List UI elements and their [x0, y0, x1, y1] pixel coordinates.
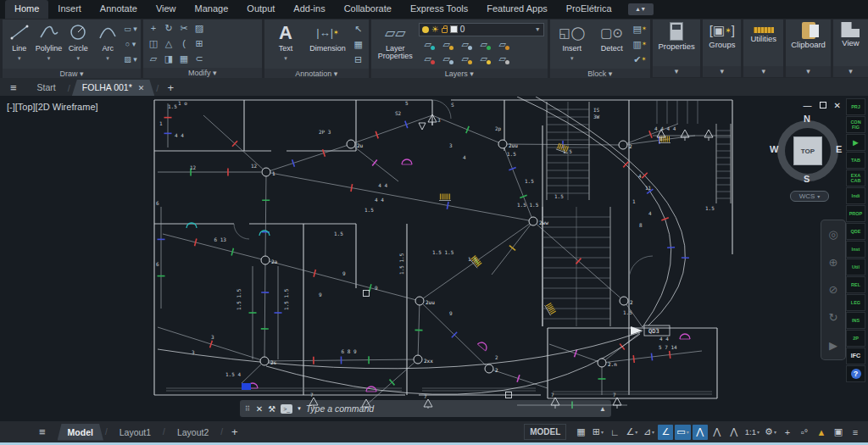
annotation-scale-value[interactable]: 1:1 ▾: [743, 425, 761, 440]
viewcube-top-face[interactable]: TOP: [793, 136, 822, 165]
side-tool-prj[interactable]: PRJ: [846, 98, 865, 115]
side-tool-help[interactable]: ?: [846, 365, 865, 382]
object-snap-tracking-icon[interactable]: ∠: [658, 425, 673, 440]
drawing-canvas[interactable]: 4 41.51.51.56 13936 8 91.55 7 1412u2uu22…: [0, 96, 868, 421]
workspace-switching-icon[interactable]: ⚙ ▾: [763, 425, 778, 440]
viewcube-north[interactable]: N: [804, 114, 810, 124]
dimension-button[interactable]: |↔|✶ Dimension: [306, 21, 348, 67]
dimension-style-icon[interactable]: ⊟: [352, 53, 365, 66]
viewcube-west[interactable]: W: [770, 144, 778, 154]
snap-mode-icon[interactable]: ⊞ ▾: [590, 425, 605, 440]
table-icon[interactable]: ▦: [352, 37, 365, 51]
model-space-button[interactable]: MODEL: [524, 424, 566, 440]
graphics-performance-icon[interactable]: ▲: [814, 425, 829, 440]
modify-tool-icon-9[interactable]: ◨: [162, 52, 175, 65]
modify-tool-icon-3[interactable]: ▨: [192, 21, 206, 35]
zoom-icon[interactable]: ⊘: [829, 283, 838, 296]
side-tool-leg[interactable]: LEG: [846, 294, 865, 311]
isometric-drafting-icon[interactable]: ⊿ ▾: [641, 425, 656, 440]
viewport-controls-label[interactable]: [-][Top][2D Wireframe]: [7, 102, 98, 112]
wcs-selector[interactable]: WCS▾: [790, 191, 829, 202]
close-tab-icon[interactable]: ✕: [138, 84, 145, 92]
layout-tab-model[interactable]: Model: [58, 424, 103, 441]
polar-tracking-icon[interactable]: ∠ ▾: [624, 425, 639, 440]
side-tool-qde[interactable]: QDE: [846, 223, 865, 240]
block-tool-icon-1[interactable]: ▥✶: [633, 37, 647, 51]
grid-display-icon[interactable]: ▦: [573, 425, 588, 440]
side-tool-tab[interactable]: TAB: [846, 152, 865, 169]
menu-tab-add-ins[interactable]: Add-ins: [284, 0, 334, 19]
annotation-monitor-icon[interactable]: +: [780, 425, 795, 440]
modify-tool-icon-2[interactable]: ✂: [177, 21, 191, 35]
layer-tool-icon-9[interactable]: ▱: [493, 52, 512, 66]
new-drawing-tab-button[interactable]: +: [160, 81, 181, 96]
layer-tool-icon-1[interactable]: ▱: [437, 37, 456, 52]
menu-tab-proel-trica[interactable]: ProElétrica: [557, 0, 621, 19]
block-tool-icon-2[interactable]: ✔✶: [633, 53, 647, 66]
file-tabs-menu-icon[interactable]: ≡: [10, 81, 17, 94]
ortho-mode-icon[interactable]: ∟: [607, 425, 622, 440]
menu-tab-collaborate[interactable]: Collaborate: [335, 0, 401, 19]
side-tool-util[interactable]: Util: [846, 259, 865, 275]
menu-tab-express-tools[interactable]: Express Tools: [401, 0, 477, 19]
modify-tool-icon-4[interactable]: ◫: [147, 36, 160, 50]
side-tool-inst[interactable]: Inst: [846, 241, 865, 258]
orbit-icon[interactable]: ↻: [829, 311, 838, 324]
modify-tool-icon-8[interactable]: ▱: [147, 52, 160, 65]
annotation-visibility-icon[interactable]: ⋀: [693, 425, 708, 440]
panel-groups[interactable]: [▣✶]Groups▾: [703, 19, 741, 77]
object-snap-icon[interactable]: ▭ ▾: [675, 425, 690, 440]
file-tab-start[interactable]: Start: [27, 80, 66, 96]
layer-tool-icon-0[interactable]: ▱: [419, 37, 437, 52]
modify-tool-icon-6[interactable]: (: [177, 36, 191, 50]
annotation-icon[interactable]: ⋀: [726, 425, 742, 440]
panel-properties[interactable]: Properties▾: [653, 19, 701, 77]
annotation-autoscale-icon[interactable]: ⋀: [709, 425, 725, 440]
new-layout-button[interactable]: +: [223, 426, 247, 438]
panel-clipboard-footer[interactable]: ▾: [786, 66, 831, 77]
clean-screen-icon[interactable]: ▣: [831, 425, 846, 440]
layer-properties-button[interactable]: ▱▱ Layer Properties: [375, 21, 416, 67]
text-button[interactable]: A Text▾: [268, 21, 304, 67]
layer-tool-icon-2[interactable]: ▱: [456, 37, 475, 52]
block-tool-icon-0[interactable]: ▤✶: [633, 22, 647, 36]
rectangle-icon[interactable]: ▭ ▾: [124, 22, 137, 36]
line-button[interactable]: Line▾: [6, 21, 33, 67]
side-tool-ins[interactable]: INS: [846, 312, 865, 329]
command-line-drag-handle[interactable]: ⠿: [245, 405, 251, 413]
layout-tab-layout2[interactable]: Layout2: [167, 424, 219, 441]
menu-tab-view[interactable]: View: [147, 0, 186, 19]
customization-icon[interactable]: ≡: [848, 425, 863, 440]
modify-tool-icon-5[interactable]: △: [162, 36, 175, 50]
panel-view-footer[interactable]: ▾: [833, 66, 868, 77]
menu-tab-insert[interactable]: Insert: [48, 0, 91, 19]
menu-tab-home[interactable]: Home: [5, 0, 48, 19]
side-tool-prop[interactable]: PROP: [846, 205, 865, 222]
polyline-button[interactable]: Polyline▾: [36, 21, 63, 67]
side-tool--[interactable]: ►: [846, 134, 865, 151]
menu-tab-manage[interactable]: Manage: [186, 0, 238, 19]
viewcube-east[interactable]: E: [836, 144, 842, 154]
layer-tool-icon-5[interactable]: ▱: [419, 52, 437, 66]
layer-tool-icon-4[interactable]: ▱: [493, 37, 512, 52]
layer-tool-icon-6[interactable]: ▱: [437, 52, 456, 66]
detect-button[interactable]: ▢⊙ Detect: [593, 21, 631, 67]
hatch-icon[interactable]: ▨ ▾: [124, 53, 137, 66]
panel-view[interactable]: View▾: [833, 19, 868, 77]
side-tool-indi[interactable]: Indi: [846, 187, 865, 204]
pan-icon[interactable]: ⊕: [829, 256, 838, 269]
ellipse-icon[interactable]: ○ ▾: [124, 37, 137, 51]
menu-tab-annotate[interactable]: Annotate: [91, 0, 147, 19]
menu-tab-featured-apps[interactable]: Featured Apps: [477, 0, 557, 19]
close-icon[interactable]: ✕: [834, 101, 841, 110]
minimize-icon[interactable]: —: [804, 101, 812, 110]
command-line[interactable]: ⠿ ✕ ⚒ >_ ▾ Type a command ▲: [240, 400, 611, 417]
command-input[interactable]: Type a command: [306, 403, 594, 414]
layout-tab-layout1[interactable]: Layout1: [109, 424, 161, 441]
side-tool-2p[interactable]: 2P: [846, 330, 865, 347]
command-recent-icon[interactable]: ▾: [298, 405, 301, 412]
showmotion-icon[interactable]: ▶: [829, 339, 837, 352]
command-line-close-icon[interactable]: ✕: [256, 404, 263, 414]
layer-tool-icon-3[interactable]: ▱: [475, 37, 493, 52]
side-tool-con-fig[interactable]: CON FIG: [846, 116, 865, 133]
